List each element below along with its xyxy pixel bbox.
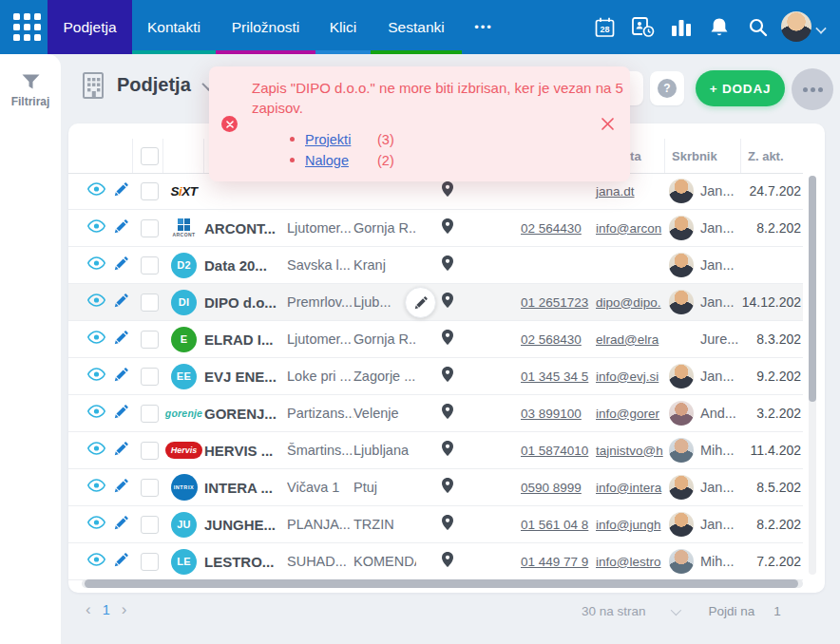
company-name[interactable]: HERVIS ... bbox=[204, 443, 287, 459]
toast-close-icon[interactable] bbox=[601, 117, 615, 131]
tab-klici[interactable]: Klici bbox=[315, 0, 371, 54]
company-name[interactable]: ARCONT... bbox=[204, 220, 287, 237]
map-pin-icon[interactable] bbox=[442, 404, 453, 423]
edit-pencil-icon[interactable] bbox=[114, 256, 128, 275]
phone-link[interactable]: 01 2651723 bbox=[480, 295, 589, 310]
email-link[interactable]: tajnistvo@h bbox=[589, 444, 665, 458]
row-checkbox[interactable] bbox=[141, 182, 159, 200]
user-avatar[interactable] bbox=[781, 11, 811, 42]
activities-icon[interactable] bbox=[631, 0, 655, 54]
view-eye-icon[interactable] bbox=[87, 442, 105, 459]
phone-link[interactable]: 01 345 34 5 bbox=[480, 369, 589, 384]
phone-link[interactable]: 02 568430 bbox=[480, 332, 589, 347]
next-page-button[interactable]: › bbox=[122, 600, 127, 619]
phone-link[interactable]: 03 899100 bbox=[480, 407, 589, 421]
phone-link[interactable]: 01 561 04 8 bbox=[480, 518, 589, 532]
company-name[interactable]: ELRAD I... bbox=[204, 331, 287, 348]
header-last-activity[interactable]: Z. akt. bbox=[741, 139, 803, 173]
company-name[interactable]: EVJ ENE... bbox=[204, 369, 287, 385]
view-eye-icon[interactable] bbox=[87, 219, 105, 237]
tab-priloznosti[interactable]: Priložnosti bbox=[216, 0, 315, 54]
prev-page-button[interactable]: ‹ bbox=[86, 600, 91, 619]
edit-pencil-icon[interactable] bbox=[114, 479, 128, 497]
email-link[interactable]: info@jungh bbox=[589, 518, 665, 532]
row-checkbox[interactable] bbox=[141, 331, 159, 349]
view-eye-icon[interactable] bbox=[87, 405, 105, 422]
map-pin-icon[interactable] bbox=[442, 181, 453, 200]
table-row[interactable]: LE LESTRO... SUHAD... KOMENDA 01 449 77 … bbox=[68, 543, 803, 580]
map-pin-icon[interactable] bbox=[442, 367, 453, 386]
table-row[interactable]: ARCONT ARCONT... Ljutomer... Gornja R...… bbox=[68, 210, 803, 247]
email-link[interactable]: info@evj.si bbox=[589, 369, 665, 384]
email-link[interactable]: info@gorer bbox=[589, 407, 665, 421]
row-edit-bubble[interactable] bbox=[405, 287, 436, 318]
email-link[interactable]: info@intera bbox=[589, 481, 665, 495]
edit-pencil-icon[interactable] bbox=[114, 182, 128, 200]
email-link[interactable]: info@arcon bbox=[589, 221, 665, 236]
table-row[interactable]: INTRIX INTERA ... Vičava 1 Ptuj 0590 899… bbox=[68, 469, 803, 506]
row-checkbox[interactable] bbox=[141, 479, 159, 497]
table-row[interactable]: D2 Data 20... Savska l... Kranj Jan... bbox=[68, 247, 803, 284]
phone-link[interactable]: 02 564430 bbox=[480, 221, 589, 236]
company-name[interactable]: GORENJ... bbox=[204, 406, 287, 422]
user-menu-chevron-icon[interactable] bbox=[815, 23, 826, 33]
table-row[interactable]: DI DIPO d.o... Premrlov... Ljub... 01 26… bbox=[68, 284, 803, 321]
row-checkbox[interactable] bbox=[141, 368, 159, 386]
table-row[interactable]: Hervis HERVIS ... Šmartins... Ljubljana … bbox=[68, 432, 803, 469]
row-checkbox[interactable] bbox=[141, 405, 159, 423]
more-actions-button[interactable] bbox=[792, 68, 833, 110]
row-checkbox[interactable] bbox=[141, 553, 159, 571]
view-eye-icon[interactable] bbox=[87, 182, 105, 199]
more-tabs-button[interactable]: ••• bbox=[462, 0, 506, 54]
edit-pencil-icon[interactable] bbox=[114, 405, 128, 423]
map-pin-icon[interactable] bbox=[442, 218, 453, 237]
map-pin-icon[interactable] bbox=[442, 330, 453, 349]
map-pin-icon[interactable] bbox=[442, 256, 453, 275]
map-pin-icon[interactable] bbox=[442, 478, 453, 497]
tab-sestanki[interactable]: Sestanki bbox=[371, 0, 462, 54]
map-pin-icon[interactable] bbox=[442, 515, 453, 534]
page-title[interactable]: Podjetja bbox=[117, 74, 191, 96]
view-eye-icon[interactable] bbox=[87, 368, 105, 385]
view-eye-icon[interactable] bbox=[87, 553, 105, 570]
map-pin-icon[interactable] bbox=[442, 293, 453, 312]
reports-icon[interactable] bbox=[671, 0, 692, 54]
company-name[interactable]: JUNGHE... bbox=[204, 517, 287, 533]
related-link[interactable]: Naloge bbox=[305, 151, 366, 171]
calendar-icon[interactable]: 28 bbox=[595, 0, 615, 54]
table-row[interactable]: JU JUNGHE... PLANJA... TRZIN 01 561 04 8… bbox=[68, 506, 803, 543]
tab-podjetja[interactable]: Podjetja bbox=[48, 0, 132, 54]
edit-pencil-icon[interactable] bbox=[114, 442, 128, 460]
edit-pencil-icon[interactable] bbox=[114, 553, 128, 571]
row-checkbox[interactable] bbox=[141, 294, 159, 312]
table-row[interactable]: E ELRAD I... Ljutomer... Gornja R... 02 … bbox=[68, 321, 803, 358]
current-page[interactable]: 1 bbox=[103, 602, 110, 617]
phone-link[interactable]: 0590 8999 bbox=[480, 481, 589, 495]
view-eye-icon[interactable] bbox=[87, 479, 105, 496]
table-row[interactable]: EE EVJ ENE... Loke pri ... Zagorje ... 0… bbox=[68, 358, 803, 395]
table-row[interactable]: gorenje GORENJ... Partizans... Velenje 0… bbox=[68, 395, 803, 432]
filter-button[interactable]: Filtriraj bbox=[0, 54, 61, 108]
edit-pencil-icon[interactable] bbox=[114, 219, 128, 237]
horizontal-scrollbar[interactable] bbox=[82, 579, 803, 588]
edit-pencil-icon[interactable] bbox=[114, 331, 128, 349]
row-checkbox[interactable] bbox=[141, 516, 159, 534]
notifications-bell-icon[interactable] bbox=[709, 0, 730, 54]
edit-pencil-icon[interactable] bbox=[114, 294, 128, 312]
add-button[interactable]: + DODAJ bbox=[696, 70, 785, 106]
select-all-checkbox[interactable] bbox=[141, 147, 159, 165]
app-grid-icon[interactable] bbox=[13, 13, 41, 41]
row-checkbox[interactable] bbox=[141, 219, 159, 237]
map-pin-icon[interactable] bbox=[442, 552, 453, 571]
phone-link[interactable]: 01 5874010 bbox=[480, 444, 589, 458]
vertical-scrollbar[interactable] bbox=[809, 176, 816, 575]
help-button[interactable]: ? bbox=[650, 71, 684, 105]
company-name[interactable]: Data 20... bbox=[204, 257, 287, 274]
header-owner[interactable]: Skrbnik bbox=[665, 139, 741, 173]
email-link[interactable]: info@lestro bbox=[589, 555, 665, 569]
view-eye-icon[interactable] bbox=[87, 294, 105, 311]
email-link[interactable]: elrad@elra bbox=[589, 332, 665, 347]
tab-kontakti[interactable]: Kontakti bbox=[132, 0, 216, 54]
company-name[interactable]: LESTRO... bbox=[204, 554, 287, 570]
email-link[interactable]: dipo@dipo. bbox=[589, 295, 665, 310]
